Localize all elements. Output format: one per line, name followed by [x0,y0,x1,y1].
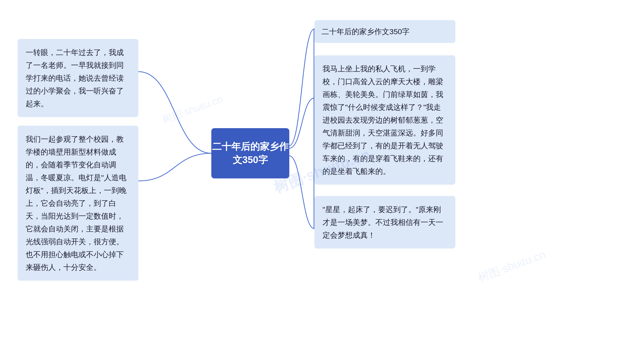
right-node-middle: 我马上坐上我的私人飞机，一到学校，门口高耸入云的摩天大楼，雕梁画栋、美轮美奂。门… [314,55,455,185]
central-node: 二十年后的家乡作文350字 [211,128,289,178]
right-bottom-text: "星星，起床了，要迟到了。"原来刚才是一场美梦。不过我相信有一天一定会梦想成真！ [323,205,443,239]
left-bottom-text: 我们一起参观了整个校园，教学楼的墙壁用新型材料做成的，会随着季节变化自动调温，冬… [26,135,127,271]
right-node-title: 二十年后的家乡作文350字 [314,20,455,43]
watermark-3: 树图·shuitu.cn [476,247,548,285]
right-title-text: 二十年后的家乡作文350字 [321,27,410,36]
right-node-bottom: "星星，起床了，要迟到了。"原来刚才是一场美梦。不过我相信有一天一定会梦想成真！ [314,196,455,249]
left-node-top: 一转眼，二十年过去了，我成了一名老师。一早我就接到同学打来的电话，她说去曾经读过… [18,39,138,117]
central-node-text: 二十年后的家乡作文350字 [211,140,289,167]
left-node-bottom: 我们一起参观了整个校园，教学楼的墙壁用新型材料做成的，会随着季节变化自动调温，冬… [18,126,138,281]
mind-map: 二十年后的家乡作文350字 一转眼，二十年过去了，我成了一名老师。一早我就接到同… [0,0,644,342]
watermark-2: 树图·shuitu.cn [160,92,225,127]
right-middle-text: 我马上坐上我的私人飞机，一到学校，门口高耸入云的摩天大楼，雕梁画栋、美轮美奂。门… [323,65,443,175]
left-top-text: 一转眼，二十年过去了，我成了一名老师。一早我就接到同学打来的电话，她说去曾经读过… [26,48,124,108]
